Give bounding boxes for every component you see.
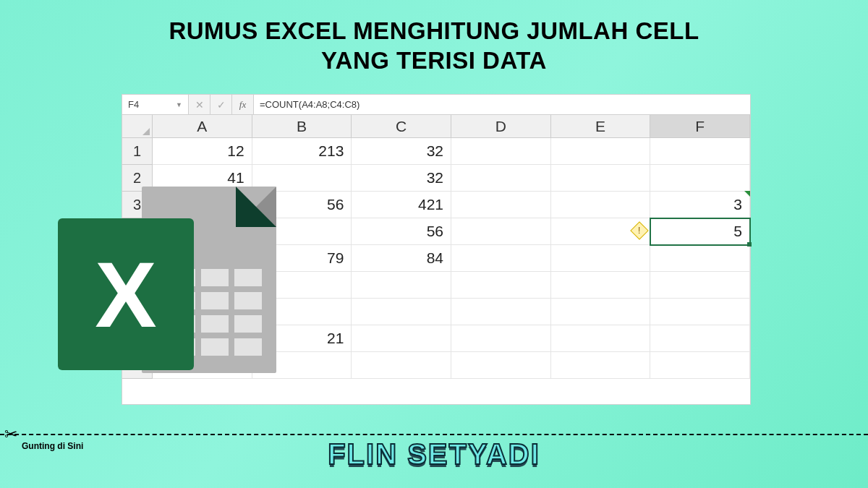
cell-C1[interactable]: 32 bbox=[352, 138, 451, 165]
cell-D2[interactable] bbox=[451, 165, 551, 192]
formula-bar: F4 ▼ ✕ ✓ fx =COUNT(A4:A8;C4:C8) bbox=[122, 95, 750, 115]
title-line2: YANG TERISI DATA bbox=[321, 47, 547, 74]
formula-text: =COUNT(A4:A8;C4:C8) bbox=[260, 99, 359, 110]
cell-C6[interactable] bbox=[352, 272, 451, 299]
cell-D7[interactable] bbox=[451, 299, 551, 325]
cut-label: Gunting di Sini bbox=[22, 441, 83, 451]
table-row: 12 213 32 bbox=[153, 138, 750, 165]
col-header-B[interactable]: B bbox=[252, 115, 352, 138]
formula-accept-icon[interactable]: ✓ bbox=[210, 95, 232, 114]
name-box-value: F4 bbox=[128, 99, 139, 110]
scissors-icon: ✂ bbox=[4, 425, 17, 444]
cell-C4[interactable]: 56 bbox=[352, 218, 451, 245]
row-header-1[interactable]: 1 bbox=[122, 138, 153, 165]
cell-E5[interactable] bbox=[551, 245, 651, 272]
title-line1: RUMUS EXCEL MENGHITUNG JUMLAH CELL bbox=[169, 17, 699, 44]
column-headers: A B C D E F bbox=[153, 115, 750, 138]
cell-C9[interactable] bbox=[352, 352, 451, 379]
name-box-dropdown-icon[interactable]: ▼ bbox=[176, 101, 182, 108]
page-title: RUMUS EXCEL MENGHITUNG JUMLAH CELL YANG … bbox=[0, 0, 868, 76]
cell-D4[interactable] bbox=[451, 218, 551, 245]
cell-E2[interactable] bbox=[551, 165, 651, 192]
cell-C2[interactable]: 32 bbox=[352, 165, 451, 192]
cell-F1[interactable] bbox=[650, 138, 750, 165]
cell-D6[interactable] bbox=[451, 272, 551, 299]
col-header-A[interactable]: A bbox=[153, 115, 252, 138]
cell-C5[interactable]: 84 bbox=[352, 245, 451, 272]
formula-cancel-icon[interactable]: ✕ bbox=[189, 95, 210, 114]
cell-F9[interactable] bbox=[650, 352, 750, 379]
cell-F5[interactable] bbox=[650, 245, 750, 272]
cell-E3[interactable] bbox=[551, 192, 651, 218]
cell-E1[interactable] bbox=[551, 138, 651, 165]
cell-E6[interactable] bbox=[551, 272, 651, 299]
excel-icon-badge: X bbox=[58, 218, 194, 370]
fx-icon[interactable]: fx bbox=[232, 95, 254, 114]
excel-icon-letter: X bbox=[95, 241, 156, 348]
cell-D3[interactable] bbox=[451, 192, 551, 218]
formula-input[interactable]: =COUNT(A4:A8;C4:C8) bbox=[254, 95, 750, 114]
cell-D8[interactable] bbox=[451, 325, 551, 352]
cell-E9[interactable] bbox=[551, 352, 651, 379]
cell-F7[interactable] bbox=[650, 299, 750, 325]
name-box[interactable]: F4 ▼ bbox=[122, 95, 189, 114]
select-all-corner[interactable] bbox=[122, 115, 153, 138]
brand-watermark: FLIN SETYADI bbox=[328, 438, 540, 471]
cell-D9[interactable] bbox=[451, 352, 551, 379]
cell-F6[interactable] bbox=[650, 272, 750, 299]
cell-F2[interactable] bbox=[650, 165, 750, 192]
cell-C8[interactable] bbox=[352, 325, 451, 352]
col-header-D[interactable]: D bbox=[451, 115, 551, 138]
col-header-F[interactable]: F bbox=[650, 115, 750, 138]
cell-B1[interactable]: 213 bbox=[252, 138, 352, 165]
cell-D5[interactable] bbox=[451, 245, 551, 272]
cell-C7[interactable] bbox=[352, 299, 451, 325]
cell-C3[interactable]: 421 bbox=[352, 192, 451, 218]
cell-A1[interactable]: 12 bbox=[153, 138, 252, 165]
cell-D1[interactable] bbox=[451, 138, 551, 165]
excel-file-icon: X bbox=[58, 187, 276, 405]
cut-line bbox=[0, 434, 868, 435]
cell-F8[interactable] bbox=[650, 325, 750, 352]
cell-F4[interactable]: 5 ! bbox=[650, 218, 750, 245]
cell-E7[interactable] bbox=[551, 299, 651, 325]
col-header-C[interactable]: C bbox=[352, 115, 451, 138]
cell-E8[interactable] bbox=[551, 325, 651, 352]
error-triangle-icon bbox=[744, 191, 750, 197]
col-header-E[interactable]: E bbox=[551, 115, 651, 138]
cell-F3[interactable]: 3 bbox=[650, 192, 750, 218]
